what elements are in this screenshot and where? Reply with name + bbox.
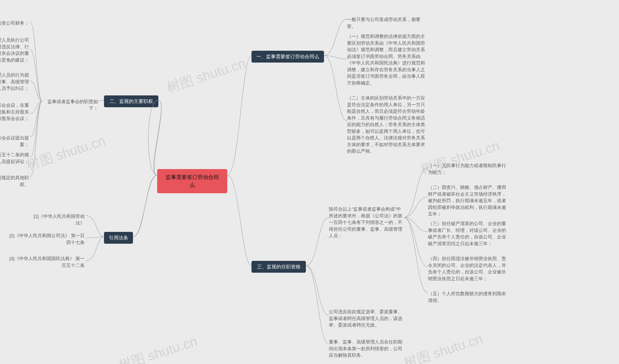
cite-leaf-1: [2]《中华人民共和国公司法》 第一百四十七条	[6, 232, 85, 246]
b1-leaf-0: 一般只要与公司形成劳动关系，都要签。	[347, 16, 429, 30]
b1-leaf-1: （一）规范和调整的法律依据方面的主要区别劳动关系由《中华人民共和国劳动法》规范和…	[347, 33, 429, 87]
b3-mid-0: 除符合以上“监事或者监事会构成”中所述的要求外，根据《公司法》的第一百四十七条有…	[329, 205, 404, 240]
b2-leaf-0: （一）检查公司财务；	[0, 19, 29, 27]
b3-mid-2: 董事、监事、高级管理人员在任职期间出现本条第一款所列情形的，公司应当解除其职务。	[329, 338, 404, 359]
watermark: 树图 shutu.cn	[164, 54, 248, 97]
b2-mid: 监事或者监事会的职责如下：	[42, 98, 98, 112]
b3-mid-1: 公司违反前款规定选举、委派董事、监事或者聘任高级管理人员的，该选举、委派或者聘任…	[329, 308, 404, 329]
b2-leaf-3: （四）提议召开临时股东会会议，在董事会不履行本法规定的召集和主持股东会会议职责时…	[0, 101, 29, 122]
watermark: 树图 shutu.cn	[401, 330, 485, 364]
cite-leaf-0: [1]《中华人民共和国劳动法》	[27, 213, 85, 227]
watermark: 树图 shutu.cn	[116, 332, 200, 364]
watermark: 树图 shutu.cn	[24, 132, 108, 175]
b3-sub-2: （三）担任破产清算的公司、企业的董事或者厂长、经理，对该公司、企业的破产负有个人…	[428, 220, 510, 247]
b3-sub-4: （五）个人所负数额较大的债务到期未清偿。	[428, 290, 510, 304]
branch-2: 二、监视的主要职权	[104, 95, 158, 107]
b2-leaf-4: （五）向股东会会议提出提案；	[0, 134, 29, 148]
root-node: 监事需要签订劳动合同么	[157, 169, 227, 193]
b3-sub-1: （二）因贪污、贿赂、侵占财产、挪用财产或者破坏社会主义市场经济秩序，被判处刑罚，…	[428, 184, 510, 218]
b3-sub-3: （四）担任因违法被吊销营业执照、责令关闭的公司、企业的法定代表人，并负有个人责任…	[428, 255, 510, 282]
b2-leaf-1: （二）对董事、高级管理人员执行公司职务的行为进行监督，对违反法律、行政法规、公司…	[0, 36, 29, 64]
b2-leaf-6: （七）公司章程规定的其他职权。	[0, 174, 29, 188]
b3-sub-0: （一）无民事行为能力或者限制民事行为能力；	[428, 162, 510, 176]
branch-3: 三、监视的任职资格	[252, 261, 306, 273]
cite-leaf-2: [3]《中华人民共和国国民法典》 第一百五十二条	[6, 255, 85, 269]
branch-1: 一、监事需要签订劳动合同么	[252, 51, 324, 63]
b2-leaf-5: （六）依照本法第一百五十二条的规定，对董事、高级管理人员提起诉讼；	[0, 151, 29, 165]
b1-leaf-2: （二）主体的区别劳动关系中的一方应是符合法定条件的用人单位，另一方只能是自然人，…	[347, 94, 429, 155]
branch-cite: 引用法条	[104, 232, 133, 244]
b2-leaf-2: （三）当董事、高级管理人员的行为损害公司的利益时，要求董事、高级管理人员予以纠正…	[0, 71, 29, 92]
